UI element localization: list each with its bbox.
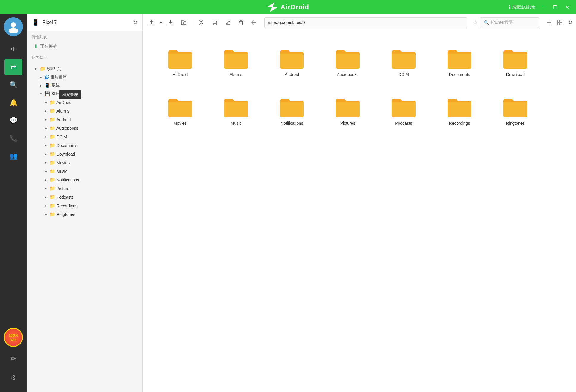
tree-label-system: 系統 <box>51 83 140 88</box>
my-device-label: 我的裝置 <box>32 55 138 60</box>
tree-label: Audiobooks <box>56 126 140 131</box>
avatar[interactable] <box>4 17 23 36</box>
copy-icon <box>212 20 218 26</box>
tree-item-favorites[interactable]: ▶ 📁 收藏 (1) <box>27 64 142 73</box>
new-folder-button[interactable] <box>178 17 189 28</box>
tree-item-folder-documents[interactable]: ▶ 📁 Documents <box>27 141 142 150</box>
win-badge[interactable]: 100% Win <box>4 328 23 347</box>
tree-item-system[interactable]: ▶ 📱 系統 <box>27 81 142 90</box>
rename-button[interactable] <box>223 17 233 28</box>
folder-name: Podcasts <box>395 121 412 126</box>
file-view-refresh-button[interactable]: ↻ <box>568 19 572 26</box>
grid-view-button[interactable] <box>555 18 564 27</box>
transfer-in-progress[interactable]: ⬇ 正在傳輸 <box>32 42 138 51</box>
folder-item-airdroid[interactable]: AirDroid <box>153 39 207 86</box>
folder-name: Documents <box>449 72 470 77</box>
sidebar-item-notifications[interactable]: 🔔 <box>4 94 22 111</box>
folder-item-movies[interactable]: Movies <box>153 88 207 134</box>
folder-item-podcasts[interactable]: Podcasts <box>377 88 430 134</box>
folder-item-recordings[interactable]: Recordings <box>433 88 486 134</box>
folder-name: DCIM <box>398 72 409 77</box>
tree-label-photos: 相片圖庫 <box>50 75 140 80</box>
view-toggle <box>544 18 564 27</box>
tree-item-folder-movies[interactable]: ▶ 📁 Movies <box>27 158 142 167</box>
new-folder-icon <box>181 20 187 26</box>
folder-item-ringtones[interactable]: Ringtones <box>489 88 542 134</box>
folder-item-audiobooks[interactable]: Audiobooks <box>321 39 374 86</box>
tree-label: Podcasts <box>56 195 140 200</box>
sidebar-item-calls[interactable]: 📞 <box>4 130 22 147</box>
edit-icon: ✏ <box>11 355 16 363</box>
sidebar-item-transfer[interactable]: ⇄ <box>4 59 22 75</box>
tree-item-folder-music[interactable]: ▶ 📁 Music <box>27 167 142 176</box>
tree-item-folder-audiobooks[interactable]: ▶ 📁 Audiobooks <box>27 124 142 132</box>
folder-item-dcim[interactable]: DCIM <box>377 39 430 86</box>
send-icon: ✈ <box>11 45 16 53</box>
folder-icon <box>279 48 305 69</box>
tree-item-folder-android[interactable]: ▶ 📁 Android <box>27 115 142 124</box>
expand-icon: ▶ <box>43 178 48 182</box>
tree-item-folder-airdroid[interactable]: ▶ 📁 AirDroid <box>27 98 142 107</box>
folder-item-android[interactable]: Android <box>265 39 319 86</box>
tree-item-folder-dcim[interactable]: ▶ 📁 DCIM <box>27 132 142 141</box>
folder-item-music[interactable]: Music <box>209 88 263 134</box>
folder-icon <box>167 48 193 69</box>
folder-name: Download <box>506 72 525 77</box>
win-sublabel: Win <box>10 338 16 342</box>
titlebar-info[interactable]: ℹ 裝置連線指南 <box>509 4 536 10</box>
file-manager-panel: 📱 Pixel 7 ↻ 傳輸列表 ⬇ 正在傳輸 我的裝置 ▶ 📁 收藏 (1) <box>27 14 143 392</box>
delete-button[interactable] <box>236 17 246 28</box>
star-button[interactable]: ☆ <box>473 19 478 26</box>
svg-marker-0 <box>267 2 278 12</box>
tree-item-folder-pictures[interactable]: ▶ 📁 Pictures <box>27 184 142 193</box>
win-label: 100% <box>8 333 18 338</box>
expand-icon: ▶ <box>43 135 48 139</box>
tree-item-folder-ringtones[interactable]: ▶ 📁 Ringtones <box>27 210 142 219</box>
user-icon <box>7 21 19 33</box>
folder-item-pictures[interactable]: Pictures <box>321 88 374 134</box>
list-view-button[interactable] <box>544 18 554 27</box>
svg-rect-8 <box>560 23 562 25</box>
folder-item-alarms[interactable]: Alarms <box>209 39 263 86</box>
path-bar[interactable]: /storage/emulated/0 <box>264 17 467 28</box>
folder-icon: 📁 <box>49 108 55 114</box>
upload-button[interactable] <box>146 17 157 28</box>
logo-icon <box>267 2 278 12</box>
folder-item-notifications[interactable]: Notifications <box>265 88 319 134</box>
tree-item-folder-download[interactable]: ▶ 📁 Download <box>27 150 142 158</box>
tree-label: Android <box>56 117 140 122</box>
close-button[interactable]: ✕ <box>563 3 571 11</box>
tree-item-photos[interactable]: ▶ 🖼 相片圖庫 <box>27 73 142 81</box>
download-button[interactable] <box>165 17 176 28</box>
sidebar-item-settings[interactable]: ⚙ <box>4 369 22 386</box>
folder-item-download[interactable]: Download <box>489 39 542 86</box>
cut-button[interactable] <box>196 17 207 28</box>
find-icon: 🔍 <box>10 81 18 89</box>
sidebar-item-contacts[interactable]: 👥 <box>4 148 22 165</box>
tree-item-folder-podcasts[interactable]: ▶ 📁 Podcasts <box>27 193 142 201</box>
tree-item-sdcard[interactable]: ▼ 💾 SD卡 <box>27 90 142 98</box>
tree-area[interactable]: ▶ 📁 收藏 (1) ▶ 🖼 相片圖庫 ▶ 📱 系統 ▼ 💾 SD卡 <box>27 63 142 392</box>
sidebar-item-send[interactable]: ✈ <box>4 41 22 58</box>
copy-button[interactable] <box>210 17 220 28</box>
expand-icon: ▶ <box>43 195 48 200</box>
tree-label: DCIM <box>56 135 140 139</box>
my-device-section: 我的裝置 <box>27 53 142 63</box>
restore-button[interactable]: ❐ <box>551 3 559 11</box>
tree-item-folder-alarms[interactable]: ▶ 📁 Alarms <box>27 107 142 115</box>
tree-item-folder-notifications[interactable]: ▶ 📁 Notifications <box>27 176 142 184</box>
refresh-button[interactable]: ↻ <box>133 19 138 26</box>
folder-icon: 📁 <box>49 203 55 208</box>
folder-item-documents[interactable]: Documents <box>433 39 486 86</box>
sidebar-item-edit[interactable]: ✏ <box>4 350 22 367</box>
folder-name: Audiobooks <box>337 72 358 77</box>
folder-name: Music <box>231 121 242 126</box>
tree-item-folder-recordings[interactable]: ▶ 📁 Recordings <box>27 201 142 210</box>
back-button[interactable] <box>249 17 259 28</box>
icon-sidebar: ✈ ⇄ 🔍 🔔 💬 📞 👥 100% Win ✏ <box>0 14 27 392</box>
sidebar-item-chat[interactable]: 💬 <box>4 112 22 129</box>
search-bar[interactable]: 🔍 按Enter搜尋 <box>480 17 539 28</box>
folder-icon <box>391 97 417 118</box>
minimize-button[interactable]: − <box>539 3 547 11</box>
sidebar-item-find[interactable]: 🔍 <box>4 77 22 93</box>
